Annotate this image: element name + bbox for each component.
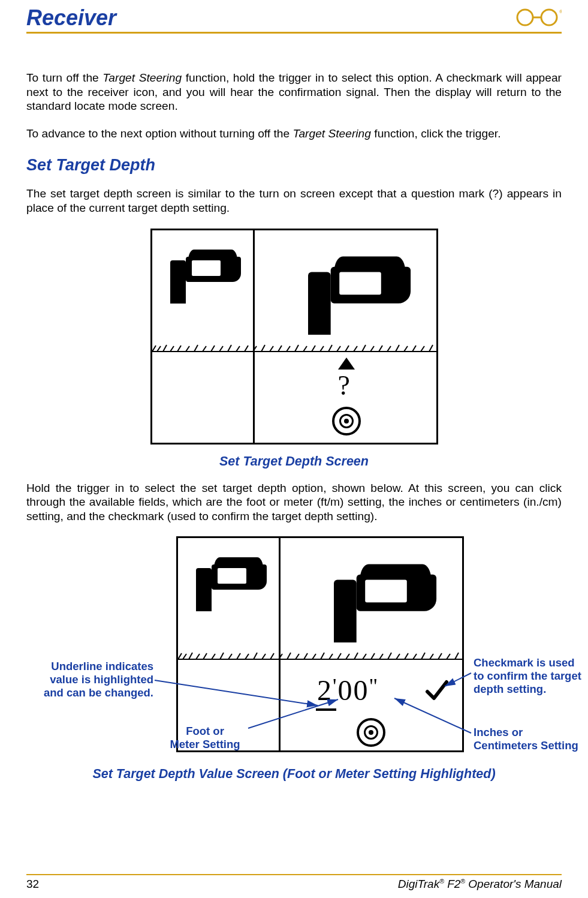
receiver-icon (334, 554, 438, 648)
text: Operator's Manual (465, 878, 562, 890)
feet-value: 2 (317, 674, 333, 706)
inches-value: 00 (338, 674, 369, 706)
checkmark-icon (425, 678, 449, 702)
registered-icon: ® (439, 878, 444, 885)
annotation-checkmark: Checkmark is usedto confirm the targetde… (474, 656, 588, 695)
page-number: 32 (26, 878, 39, 891)
figure-set-target-depth-value-screen: 2'00" (176, 536, 464, 752)
brand-logo-icon: ® (515, 7, 562, 28)
depth-value-display: 2'00" (317, 674, 379, 707)
caret-up-icon (338, 358, 355, 370)
text: DigiTrak (398, 878, 439, 890)
inches-mark: " (369, 674, 379, 698)
figure-caption-1: Set Target Depth Screen (26, 454, 562, 469)
heading-set-target-depth: Set Target Depth (26, 156, 562, 175)
figure-caption-2: Set Target Depth Value Screen (Foot or M… (26, 767, 562, 782)
text: function, click the trigger. (371, 127, 501, 140)
feet-mark: ' (333, 674, 338, 698)
annotation-underline: Underline indicatesvalue is highlighteda… (22, 660, 153, 699)
divider-icon (279, 538, 281, 750)
paragraph-3: The set target depth screen is similar t… (26, 187, 562, 215)
section-title: Receiver (26, 5, 116, 31)
footer-product-name: DigiTrak® F2® Operator's Manual (398, 878, 562, 891)
annotation-foot-meter: Foot orMeter Setting (163, 725, 247, 751)
text: To turn off the (26, 71, 102, 84)
receiver-icon (308, 246, 412, 340)
underline-highlight-icon (316, 708, 336, 711)
text-italic: Target Steering (102, 71, 182, 84)
paragraph-1: To turn off the Target Steering function… (26, 71, 562, 113)
paragraph-2: To advance to the next option without tu… (26, 127, 562, 141)
registered-icon: ® (460, 878, 465, 885)
target-icon (357, 718, 385, 747)
question-mark-icon: ? (338, 370, 350, 401)
svg-text:®: ® (559, 9, 562, 14)
text: To advance to the next option without tu… (26, 127, 293, 140)
annotation-inches-cm: Inches orCentimeters Setting (474, 726, 588, 752)
figure-set-target-depth-screen: ? (150, 229, 438, 445)
figure-2-wrapper: 2'00" Underline indicatesvalue is highli… (26, 536, 562, 752)
ground-icon (178, 652, 462, 660)
divider-icon (253, 230, 255, 443)
text: F2 (444, 878, 460, 890)
text-italic: Target Steering (293, 127, 371, 140)
receiver-icon (196, 550, 268, 615)
ground-icon (152, 344, 436, 353)
receiver-icon (170, 242, 242, 307)
footer-divider (26, 874, 562, 875)
paragraph-4: Hold the trigger in to select the set ta… (26, 481, 562, 524)
target-icon (332, 407, 361, 436)
